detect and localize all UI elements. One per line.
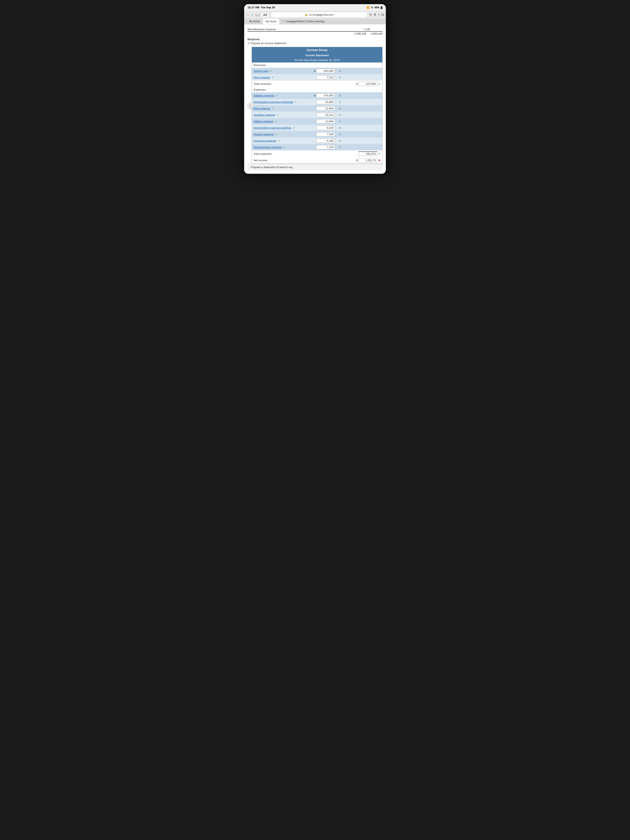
company-row: Gorman Group xyxy=(252,47,382,53)
tab-myhome-1[interactable]: My Home xyxy=(246,19,263,24)
battery-icon: ▓ xyxy=(381,6,382,9)
total-revenues-label: Total revenues xyxy=(252,81,311,87)
tab-close-icon[interactable]: ✕ xyxy=(282,20,284,23)
prepare-instruction: 1. Prepare an income statement. xyxy=(248,42,382,45)
utilities-label: Utilities expense xyxy=(254,120,273,123)
signal-icon: ⊙ xyxy=(371,6,373,9)
insurance-check: ✓ xyxy=(339,139,341,142)
required-label: Required: xyxy=(248,38,382,41)
income-statement-wrapper: › Gorman Group Income Statement For the … xyxy=(252,47,382,164)
company-name: Gorman Group xyxy=(252,47,382,53)
depr-buildings-row: Depreciation expense-buildings ✓ ✓ xyxy=(252,125,382,131)
bookmarks-icon[interactable]: 📖 xyxy=(256,13,260,17)
back-button[interactable]: ‹ xyxy=(246,12,249,17)
net-income-row: Net income $ ✕ xyxy=(252,157,382,164)
total-revenues-input[interactable] xyxy=(358,82,377,86)
total-expenses-input[interactable] xyxy=(358,152,377,156)
statement-title: Income Statement xyxy=(252,53,382,58)
share-icon[interactable]: ⬆ xyxy=(374,13,376,17)
depr-buildings-input[interactable] xyxy=(316,126,335,130)
rent-revenue-input[interactable] xyxy=(316,75,335,80)
supplies-input[interactable] xyxy=(316,113,335,117)
repairs-input[interactable] xyxy=(316,132,335,136)
rent-revenue-check: ✓ xyxy=(339,76,341,79)
tabs-bar: My Home My Home ✕ CengageNOWv2 | Online … xyxy=(244,19,386,24)
utilities-row: Utilities expense ✓ ✓ xyxy=(252,118,382,125)
bottom-bar: Prepare a statement of owner's eq... xyxy=(248,164,382,171)
lock-icon: 🔒 xyxy=(305,13,308,16)
tab-switcher-button[interactable]: ⧉ xyxy=(382,13,384,17)
net-income-wrong-mark: ✕ xyxy=(378,159,381,162)
depr-buildings-label: Depreciation expense-buildings xyxy=(254,126,291,129)
nav-left-arrow[interactable]: › xyxy=(248,102,254,109)
supplies-row: Supplies expense ✓ ✓ xyxy=(252,112,382,118)
service-fees-input[interactable] xyxy=(316,69,335,73)
url-text: v2.cengagenow.com xyxy=(309,13,333,16)
rent-expense-input[interactable] xyxy=(316,106,335,111)
total-expenses-row: Total expenses ✓ xyxy=(252,150,382,157)
revenues-label: Revenues: xyxy=(252,63,382,68)
trial-total-left: 1,698,440 xyxy=(354,32,366,35)
service-fees-label: Service fees xyxy=(254,69,268,73)
misc-expense-label: Miscellaneous Expense xyxy=(248,28,276,31)
tab-myhome-2[interactable]: My Home xyxy=(263,19,279,24)
rent-expense-check: ✓ xyxy=(339,107,341,110)
address-bar[interactable]: 🔒 v2.cengagenow.com xyxy=(271,12,367,17)
insurance-input[interactable] xyxy=(316,139,335,143)
rent-revenue-input-cell xyxy=(312,75,335,80)
depr-equip-label: Depreciation expense-equipment xyxy=(254,100,293,104)
revenues-label-row: Revenues: xyxy=(252,63,382,68)
reader-view-button[interactable]: AA xyxy=(261,13,269,17)
repairs-row: Repairs expense ✓ ✓ xyxy=(252,131,382,137)
required-section: Required: 1. Prepare an income statement… xyxy=(248,38,382,45)
status-time: 12:17 AM Tue Sep 29 xyxy=(248,6,275,9)
salaries-input[interactable] xyxy=(316,93,335,98)
tab-cengagenow[interactable]: ✕ CengageNOWv2 | Online teaching... xyxy=(279,19,329,24)
page-content: Miscellaneous Expense 7,130 1,698,440 1,… xyxy=(244,24,386,174)
total-revenues-row: Total revenues $ ✓ xyxy=(252,81,382,87)
browser-chrome: ‹ › 📖 AA 🔒 v2.cengagenow.com ↻ ⬆ + ⧉ My … xyxy=(244,11,386,24)
insurance-label: Insurance expense xyxy=(254,139,276,142)
total-revenues-input-cell: $ ✓ xyxy=(345,82,381,86)
trial-balance-section: Miscellaneous Expense 7,130 1,698,440 1,… xyxy=(248,28,382,35)
service-fees-row: Service fees ✓ $ ✓ xyxy=(252,68,382,74)
depr-equip-input[interactable] xyxy=(316,100,335,104)
forward-button[interactable]: › xyxy=(251,12,254,17)
refresh-icon[interactable]: ↻ xyxy=(369,13,372,17)
misc-expense-input[interactable] xyxy=(316,145,335,149)
depr-buildings-check: ✓ xyxy=(339,126,341,129)
total-expenses-label: Total expenses xyxy=(252,150,311,157)
rent-revenue-label: Rent revenue xyxy=(254,76,270,79)
expenses-label: Expenses: xyxy=(252,87,382,92)
service-fees-check: ✓ xyxy=(339,69,341,73)
browser-toolbar: ‹ › 📖 AA 🔒 v2.cengagenow.com ↻ ⬆ + ⧉ xyxy=(244,11,386,19)
net-income-input-cell: $ ✕ xyxy=(345,158,381,163)
add-tab-button[interactable]: + xyxy=(378,13,380,17)
misc-expense-row-label: Miscellaneous expense xyxy=(254,145,282,149)
net-income-input[interactable] xyxy=(358,158,377,163)
wifi-icon: 📶 xyxy=(367,6,370,9)
total-revenues-check: ✓ xyxy=(378,82,381,85)
misc-expense-check: ✓ xyxy=(339,145,341,149)
bottom-label: Prepare a statement of owner's eq... xyxy=(251,166,294,169)
utilities-check: ✓ xyxy=(339,120,341,123)
utilities-input[interactable] xyxy=(316,119,335,123)
statement-period: For the Year Ended October 31, 20Y3 xyxy=(252,58,382,63)
rent-revenue-check-label: ✓ xyxy=(272,76,274,79)
misc-expense-value: 7,130 xyxy=(363,28,370,31)
net-income-label: Net income xyxy=(252,157,311,164)
depr-equip-check: ✓ xyxy=(339,100,341,104)
expenses-label-row: Expenses: xyxy=(252,87,382,92)
service-fees-input-cell: $ xyxy=(312,69,335,73)
trial-total-right: 1,698,440 xyxy=(370,32,382,35)
supplies-label: Supplies expense xyxy=(254,113,275,117)
supplies-check: ✓ xyxy=(339,113,341,117)
title-row: Income Statement xyxy=(252,53,382,58)
repairs-label: Repairs expense xyxy=(254,133,274,136)
rent-expense-row: Rent expense ✓ ✓ xyxy=(252,105,382,112)
total-expenses-check: ✓ xyxy=(378,152,381,155)
rent-expense-label: Rent expense xyxy=(254,107,270,110)
salaries-row: Salaries expense ✓ $ ✓ xyxy=(252,92,382,99)
misc-expense-row: Miscellaneous expense ✓ ✓ xyxy=(252,144,382,150)
battery-label: 45% xyxy=(374,6,379,9)
